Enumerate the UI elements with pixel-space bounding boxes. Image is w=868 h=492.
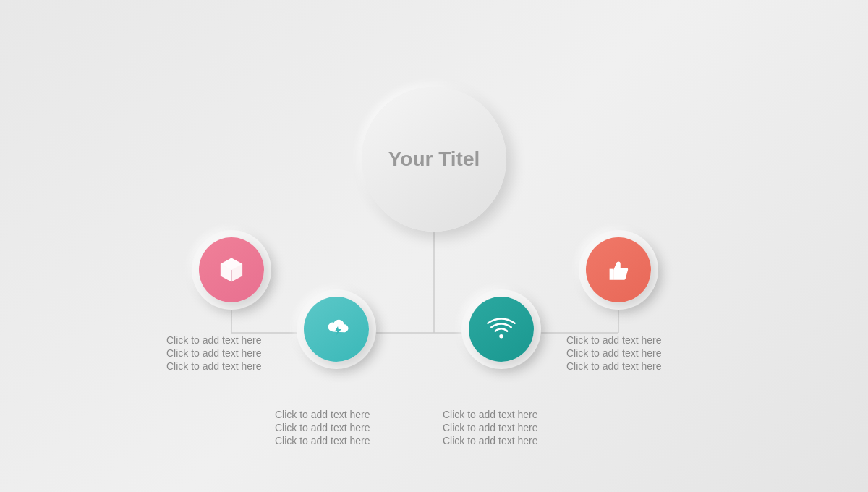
teal-cloud-circle-outer[interactable] — [297, 289, 376, 369]
text-bottom-left-line3[interactable]: Click to add text here — [275, 435, 370, 446]
connector-lines — [0, 0, 868, 492]
wifi-circle-outer[interactable] — [461, 289, 541, 369]
slide-container: Your Titel — [0, 0, 868, 492]
thumbsup-icon — [603, 254, 634, 286]
text-right-line1[interactable]: Click to add text here — [566, 334, 662, 346]
text-right-line3[interactable]: Click to add text here — [566, 360, 662, 372]
cloud-icon — [320, 313, 352, 345]
wifi-icon — [485, 313, 517, 345]
text-bottom-right-line1[interactable]: Click to add text here — [443, 409, 538, 420]
teal-cloud-circle-inner — [304, 297, 369, 362]
text-group-bottom-left: Click to add text here Click to add text… — [275, 409, 370, 446]
svg-point-6 — [499, 334, 503, 339]
text-left-line3[interactable]: Click to add text here — [166, 360, 262, 372]
box-icon — [216, 254, 247, 286]
pink-box-circle-inner — [199, 237, 264, 302]
wifi-circle-inner — [469, 297, 534, 362]
text-bottom-left-line2[interactable]: Click to add text here — [275, 422, 370, 433]
text-bottom-right-line3[interactable]: Click to add text here — [443, 435, 538, 446]
text-bottom-right-line2[interactable]: Click to add text here — [443, 422, 538, 433]
thumbsup-circle-inner — [586, 237, 651, 302]
text-group-right: Click to add text here Click to add text… — [566, 334, 662, 372]
text-left-line1[interactable]: Click to add text here — [166, 334, 262, 346]
text-group-bottom-right: Click to add text here Click to add text… — [443, 409, 538, 446]
thumbsup-circle-outer[interactable] — [579, 230, 658, 310]
pink-box-circle-outer[interactable] — [192, 230, 271, 310]
central-circle[interactable]: Your Titel — [362, 87, 506, 232]
text-right-line2[interactable]: Click to add text here — [566, 347, 662, 359]
central-title: Your Titel — [388, 148, 480, 171]
text-group-left: Click to add text here Click to add text… — [166, 334, 262, 372]
text-left-line2[interactable]: Click to add text here — [166, 347, 262, 359]
text-bottom-left-line1[interactable]: Click to add text here — [275, 409, 370, 420]
